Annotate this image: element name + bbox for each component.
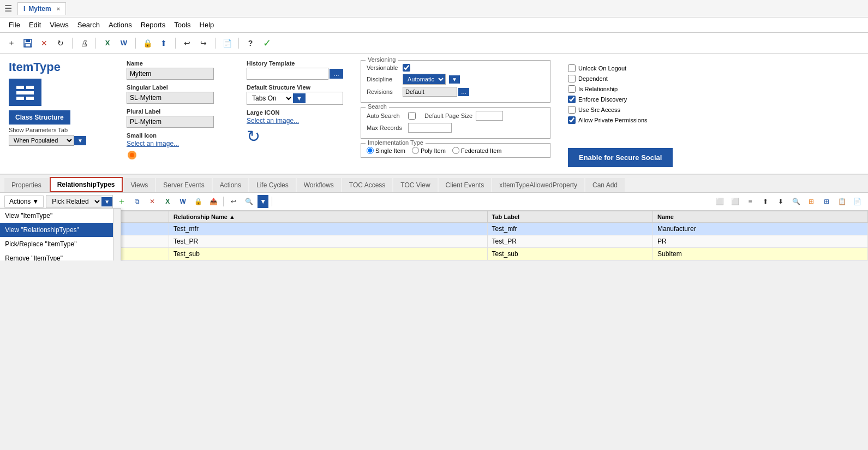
tab-actions[interactable]: Actions (213, 178, 248, 192)
tab-server-events[interactable]: Server Events (156, 178, 211, 192)
show-params-select[interactable]: When Populated Always Never (9, 135, 74, 146)
search-row-button[interactable]: 🔍 (242, 195, 255, 208)
menu-actions[interactable]: Actions (104, 19, 136, 31)
page-btn[interactable]: 📄 (851, 195, 864, 208)
context-menu-item-remove[interactable]: Remove "ItemType" (0, 251, 121, 260)
hamburger-icon[interactable]: ☰ (4, 3, 12, 14)
default-structure-view-select[interactable]: Tabs On Tree View List View (247, 92, 293, 104)
blank-button[interactable]: ⬜ (728, 195, 741, 208)
versionable-checkbox[interactable] (403, 64, 410, 72)
tab-properties[interactable]: Properties (4, 178, 49, 192)
history-template-input[interactable] (247, 68, 328, 80)
auto-search-checkbox[interactable] (408, 112, 416, 120)
context-menu-item-pick-replace[interactable]: Pick/Replace "ItemType" (0, 237, 121, 251)
revisions-browse-button[interactable]: … (458, 88, 469, 96)
help-button[interactable]: ? (243, 36, 258, 50)
max-records-input[interactable] (408, 123, 452, 133)
share-button[interactable]: 📤 (207, 195, 220, 208)
large-icon-link[interactable]: Select an image... (247, 117, 299, 125)
poly-item-radio[interactable] (412, 147, 419, 154)
default-page-size-input[interactable] (476, 111, 503, 121)
plus-btn2[interactable]: ⊞ (820, 195, 833, 208)
move-up-button[interactable]: ⬆ (759, 195, 772, 208)
print-button[interactable]: 🖨 (77, 36, 91, 50)
pick-related-arrow-button[interactable]: ▼ (101, 197, 112, 206)
export-word-button[interactable]: W (176, 195, 189, 208)
tab-toc-view[interactable]: TOC View (393, 178, 437, 192)
word-button[interactable]: W (117, 36, 131, 50)
revisions-input[interactable] (403, 87, 457, 97)
tab-views[interactable]: Views (124, 178, 155, 192)
save-button[interactable] (21, 36, 35, 50)
tab-xitem-type[interactable]: xItemTypeAllowedProperty (492, 178, 584, 192)
table-row[interactable]: 3 Test_sub Test_sub SubItem (1, 248, 868, 260)
indent-button[interactable]: ⬜ (713, 195, 726, 208)
context-menu-item-view-itemtype[interactable]: View "ItemType" (0, 209, 121, 223)
grid-button[interactable]: ⊞ (805, 195, 818, 208)
undo-row-button[interactable]: ↩ (227, 195, 240, 208)
bottom-section: Properties RelationshipTypes Views Serve… (0, 175, 868, 260)
tab-toc-access[interactable]: TOC Access (342, 178, 392, 192)
allow-private-permissions-checkbox[interactable] (568, 116, 576, 124)
tab-workflows[interactable]: Workflows (297, 178, 341, 192)
redo-button[interactable]: ↪ (196, 36, 211, 50)
add-row-button[interactable]: ＋ (115, 195, 128, 208)
lock-row-button[interactable]: 🔒 (191, 195, 205, 208)
pick-related-select[interactable]: Pick Related New Related (46, 196, 101, 208)
menu-reports[interactable]: Reports (136, 19, 170, 31)
paste-button[interactable]: 📄 (220, 36, 234, 50)
single-item-radio[interactable] (367, 147, 374, 154)
dropdown-trigger-button[interactable]: ▼ (258, 195, 268, 208)
small-icon-group: Small Icon Select an image... (127, 132, 229, 162)
enforce-discovery-checkbox[interactable] (568, 96, 576, 103)
singular-label-input[interactable] (127, 92, 214, 104)
unlock-on-logout-checkbox[interactable] (568, 64, 576, 72)
refresh-button[interactable]: ↻ (53, 36, 68, 50)
check-button[interactable]: ✓ (260, 36, 274, 50)
table-row[interactable]: 2 Test_mfr Test_mfr Manufacturer (1, 223, 868, 235)
class-structure-button[interactable]: Class Structure (9, 110, 70, 125)
promote-button[interactable]: ⬆ (157, 36, 171, 50)
name-input[interactable] (127, 68, 214, 80)
find-button[interactable]: 🔍 (789, 195, 803, 208)
title-tab[interactable]: I MyItem × (17, 2, 66, 15)
close-tab-button[interactable]: × (57, 5, 60, 12)
discipline-arrow-button[interactable]: ▼ (449, 75, 460, 84)
list-button[interactable]: ≡ (744, 195, 757, 208)
discipline-select[interactable]: Automatic Manual (403, 74, 446, 85)
delete-row-button[interactable]: ✕ (146, 195, 159, 208)
export-excel-button[interactable]: X (161, 195, 174, 208)
plural-label-input[interactable] (127, 116, 214, 128)
menu-tools[interactable]: Tools (170, 19, 195, 31)
menu-file[interactable]: File (4, 19, 25, 31)
federated-item-radio[interactable] (452, 147, 459, 154)
menu-help[interactable]: Help (195, 19, 219, 31)
table-row[interactable]: 1 Test_PR Test_PR PR (1, 235, 868, 248)
copy-btn2[interactable]: 📋 (835, 195, 848, 208)
use-src-access-checkbox[interactable] (568, 106, 576, 114)
dependent-checkbox[interactable] (568, 75, 576, 82)
undo-button[interactable]: ↩ (180, 36, 194, 50)
lock-button[interactable]: 🔒 (140, 36, 154, 50)
tab-client-events[interactable]: Client Events (439, 178, 492, 192)
tab-life-cycles[interactable]: Life Cycles (249, 178, 296, 192)
enable-social-button[interactable]: Enable for Secure Social (568, 148, 673, 167)
is-relationship-checkbox[interactable] (568, 85, 576, 93)
context-menu-scrollbar[interactable] (113, 209, 121, 260)
move-down-button[interactable]: ⬇ (774, 195, 787, 208)
context-menu-item-view-relationshiptypes[interactable]: View "RelationshipTypes" (0, 223, 121, 237)
default-structure-view-arrow-button[interactable]: ▼ (293, 93, 306, 103)
menu-edit[interactable]: Edit (25, 19, 45, 31)
copy-row-button[interactable]: ⧉ (130, 195, 143, 208)
actions-button[interactable]: Actions ▼ (4, 196, 44, 208)
new-button[interactable]: ＋ (4, 36, 19, 50)
small-icon-link[interactable]: Select an image... (127, 140, 179, 147)
tab-can-add[interactable]: Can Add (585, 178, 625, 192)
delete-button[interactable]: ✕ (37, 36, 51, 50)
excel-button[interactable]: X (100, 36, 115, 50)
history-template-browse-button[interactable]: … (330, 69, 343, 79)
menu-views[interactable]: Views (45, 19, 73, 31)
menu-search[interactable]: Search (73, 19, 104, 31)
show-params-arrow-button[interactable]: ▼ (74, 136, 86, 145)
tab-relationship-types[interactable]: RelationshipTypes (50, 177, 123, 192)
